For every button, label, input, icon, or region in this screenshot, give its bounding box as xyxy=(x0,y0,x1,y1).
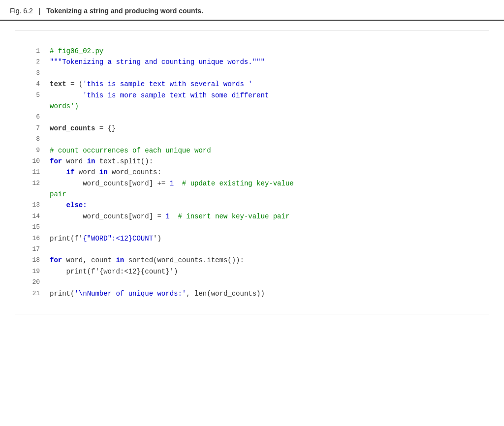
code-line-1: 1 # fig06_02.py xyxy=(25,46,479,57)
code-line-12: 12 word_counts[word] += 1 # update exist… xyxy=(25,178,479,189)
line-number-14: 14 xyxy=(25,211,40,222)
code-line-5b: words') xyxy=(25,101,479,112)
line-content-4: text = ('this is sample text with severa… xyxy=(50,79,479,90)
line-content-6 xyxy=(50,112,479,122)
line-number-10: 10 xyxy=(25,156,40,167)
line-number-20: 20 xyxy=(25,277,40,288)
line-number-6: 6 xyxy=(25,112,40,122)
code-line-17: 17 xyxy=(25,244,479,255)
line-number-9: 9 xyxy=(25,145,40,156)
page-container: Fig. 6.2 | Tokenizing a string and produ… xyxy=(0,0,504,426)
line-content-15 xyxy=(50,222,479,233)
line-content-11: if word in word_counts: xyxy=(50,167,479,178)
line-number-5: 5 xyxy=(25,90,40,101)
code-line-9: 9 # count occurrences of each unique wor… xyxy=(25,145,479,156)
line-content-5: 'this is more sample text with some diff… xyxy=(50,90,479,101)
code-line-4: 4 text = ('this is sample text with seve… xyxy=(25,79,479,90)
code-line-15: 15 xyxy=(25,222,479,233)
line-content-9: # count occurrences of each unique word xyxy=(50,145,479,156)
line-number-17: 17 xyxy=(25,244,40,255)
line-content-19: print(f'{word:<12}{count}') xyxy=(50,266,479,277)
code-line-14: 14 word_counts[word] = 1 # insert new ke… xyxy=(25,211,479,222)
line-content-3 xyxy=(50,68,479,79)
line-content-2: """Tokenizing a string and counting uniq… xyxy=(50,57,479,67)
line-number-13: 13 xyxy=(25,200,40,211)
code-line-7: 7 word_counts = {} xyxy=(25,123,479,134)
line-number-18: 18 xyxy=(25,255,40,266)
code-line-13: 13 else: xyxy=(25,200,479,211)
line-content-12: word_counts[word] += 1 # update existing… xyxy=(50,178,479,189)
code-line-18: 18 for word, count in sorted(word_counts… xyxy=(25,255,479,266)
line-number-7: 7 xyxy=(25,123,40,134)
code-line-21: 21 print('\nNumber of unique words:', le… xyxy=(25,288,479,299)
line-number-16: 16 xyxy=(25,233,40,244)
line-number-15: 15 xyxy=(25,222,40,233)
line-number-2: 2 xyxy=(25,57,40,67)
line-content-21: print('\nNumber of unique words:', len(w… xyxy=(50,288,479,299)
line-number-5b xyxy=(25,101,40,101)
code-block: 1 # fig06_02.py 2 """Tokenizing a string… xyxy=(25,46,479,299)
figure-label: Fig. 6.2 xyxy=(10,7,33,15)
line-number-1: 1 xyxy=(25,46,40,57)
code-container: 1 # fig06_02.py 2 """Tokenizing a string… xyxy=(15,30,489,314)
line-content-10: for word in text.split(): xyxy=(50,156,479,167)
line-content-18: for word, count in sorted(word_counts.it… xyxy=(50,255,479,266)
code-line-5: 5 'this is more sample text with some di… xyxy=(25,90,479,101)
line-content-17 xyxy=(50,244,479,255)
code-line-6: 6 xyxy=(25,112,479,122)
line-content-14: word_counts[word] = 1 # insert new key-v… xyxy=(50,211,479,222)
code-line-10: 10 for word in text.split(): xyxy=(25,156,479,167)
line-content-7: word_counts = {} xyxy=(50,123,479,134)
line-content-5b: words') xyxy=(50,101,479,112)
code-line-16: 16 print(f'{"WORD":<12}COUNT') xyxy=(25,233,479,244)
code-line-12b: pair xyxy=(25,189,479,200)
line-content-12b: pair xyxy=(50,189,479,200)
figure-separator: | xyxy=(39,7,41,15)
code-line-3: 3 xyxy=(25,68,479,79)
code-line-20: 20 xyxy=(25,277,479,288)
line-number-21: 21 xyxy=(25,288,40,299)
line-number-3: 3 xyxy=(25,68,40,79)
line-content-1: # fig06_02.py xyxy=(50,46,479,57)
code-line-19: 19 print(f'{word:<12}{count}') xyxy=(25,266,479,277)
line-number-12b xyxy=(25,189,40,189)
line-content-20 xyxy=(50,277,479,288)
line-content-13: else: xyxy=(50,200,479,211)
line-content-16: print(f'{"WORD":<12}COUNT') xyxy=(50,233,479,244)
code-line-2: 2 """Tokenizing a string and counting un… xyxy=(25,57,479,67)
line-number-4: 4 xyxy=(25,79,40,90)
code-line-8: 8 xyxy=(25,134,479,145)
line-number-11: 11 xyxy=(25,167,40,178)
line-number-19: 19 xyxy=(25,266,40,277)
line-content-8 xyxy=(50,134,479,145)
line-number-8: 8 xyxy=(25,134,40,145)
figure-header: Fig. 6.2 | Tokenizing a string and produ… xyxy=(0,0,504,21)
figure-title: Tokenizing a string and producing word c… xyxy=(46,7,203,15)
code-line-11: 11 if word in word_counts: xyxy=(25,167,479,178)
line-number-12: 12 xyxy=(25,178,40,189)
